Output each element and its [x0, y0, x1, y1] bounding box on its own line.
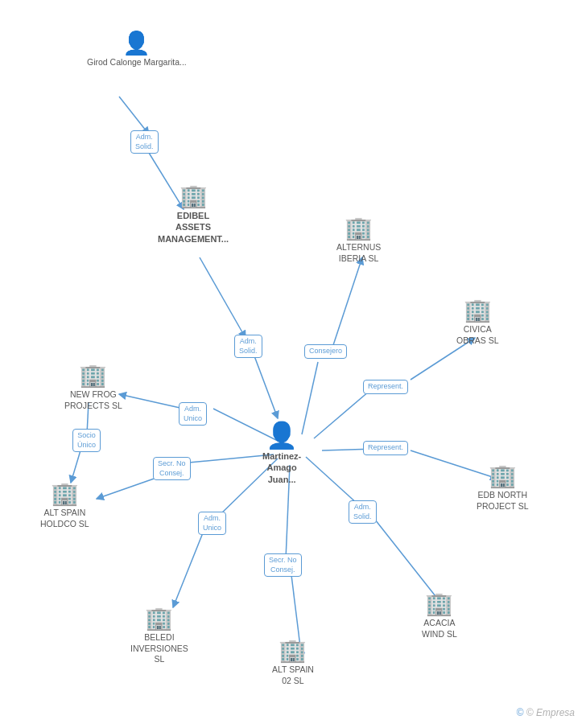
- svg-line-6: [314, 386, 375, 438]
- building-icon-altspain-holdco: 🏢: [51, 483, 79, 505]
- newfrog-label: NEW FROGPROJECTS SL: [64, 389, 122, 411]
- edibel-node[interactable]: 🏢 EDIBELASSETSMANAGEMENT...: [158, 185, 229, 245]
- edibel-label: EDIBELASSETSMANAGEMENT...: [158, 210, 229, 245]
- svg-line-0: [119, 97, 149, 134]
- altspain-holdco-node[interactable]: 🏢 ALT SPAINHOLDCO SL: [40, 483, 89, 529]
- badge-secr-no-consej2[interactable]: Secr. NoConsej.: [264, 553, 302, 577]
- center-node[interactable]: 👤 Martinez-AmagoJuan...: [262, 422, 301, 485]
- svg-line-3: [254, 354, 278, 418]
- badge-represent1[interactable]: Represent.: [363, 380, 408, 394]
- badge-adm-solid2[interactable]: Adm.Solid.: [349, 500, 377, 524]
- building-icon-orange: 🏢: [180, 185, 208, 208]
- svg-line-4: [302, 362, 318, 434]
- civica-label: CIVICAOBRAS SL: [456, 324, 499, 346]
- svg-line-13: [97, 477, 159, 499]
- girod-node[interactable]: 👤 Girod Calonge Margarita...: [87, 32, 187, 68]
- newfrog-node[interactable]: 🏢 NEW FROGPROJECTS SL: [64, 364, 122, 411]
- badge-socio-unico[interactable]: SocioÚnico: [72, 429, 101, 452]
- svg-line-18: [306, 457, 359, 505]
- building-icon-civica: 🏢: [464, 299, 492, 322]
- badge-adm-unico2[interactable]: Adm.Unico: [198, 512, 226, 535]
- beledi-node[interactable]: 🏢 BELEDIINVERSIONESSL: [130, 607, 188, 665]
- center-person-icon: 👤: [266, 422, 298, 448]
- altspain02-node[interactable]: 🏢 ALT SPAIN02 SL: [272, 640, 314, 686]
- svg-line-21: [71, 450, 80, 483]
- svg-line-12: [180, 454, 274, 463]
- building-icon-alternus: 🏢: [345, 217, 373, 240]
- diagram-canvas: 👤 Girod Calonge Margarita... Adm.Solid. …: [0, 0, 586, 728]
- acacia-node[interactable]: 🏢 ACACIAWIND SL: [422, 593, 457, 640]
- watermark: © © Empresa: [517, 707, 575, 718]
- badge-secr-no-consej1[interactable]: Secr. NoConsej.: [153, 457, 191, 480]
- building-icon-altspain02: 🏢: [279, 640, 307, 662]
- badge-adm-unico1[interactable]: Adm.Unico: [179, 402, 207, 426]
- building-icon-beledi: 🏢: [145, 607, 173, 630]
- civica-node[interactable]: 🏢 CIVICAOBRAS SL: [456, 299, 499, 346]
- edb-node[interactable]: 🏢 EDB NORTHPROJECT SL: [477, 465, 529, 512]
- badge-consejero[interactable]: Consejero: [304, 344, 347, 359]
- altspain02-label: ALT SPAIN02 SL: [272, 664, 314, 686]
- badge-adm-solid-center[interactable]: Adm.Solid.: [234, 335, 262, 358]
- altspain-holdco-label: ALT SPAINHOLDCO SL: [40, 508, 89, 529]
- acacia-label: ACACIAWIND SL: [422, 618, 457, 640]
- person-icon: 👤: [122, 32, 151, 55]
- svg-line-11: [119, 394, 184, 409]
- badge-adm-solid-girod[interactable]: Adm.Solid.: [130, 130, 159, 154]
- svg-line-5: [332, 257, 362, 348]
- badge-represent2[interactable]: Represent.: [363, 441, 408, 455]
- building-icon-acacia: 🏢: [425, 593, 453, 615]
- girod-label: Girod Calonge Margarita...: [87, 57, 187, 68]
- building-icon-edb: 🏢: [489, 465, 517, 487]
- svg-line-2: [200, 257, 246, 338]
- center-label: Martinez-AmagoJuan...: [262, 450, 301, 485]
- svg-line-15: [173, 531, 204, 607]
- building-icon-newfrog: 🏢: [79, 364, 107, 387]
- alternus-label: ALTERNUSIBERIA SL: [336, 242, 381, 264]
- alternus-node[interactable]: 🏢 ALTERNUSIBERIA SL: [336, 217, 381, 264]
- beledi-label: BELEDIINVERSIONESSL: [130, 632, 188, 665]
- edb-label: EDB NORTHPROJECT SL: [477, 490, 529, 512]
